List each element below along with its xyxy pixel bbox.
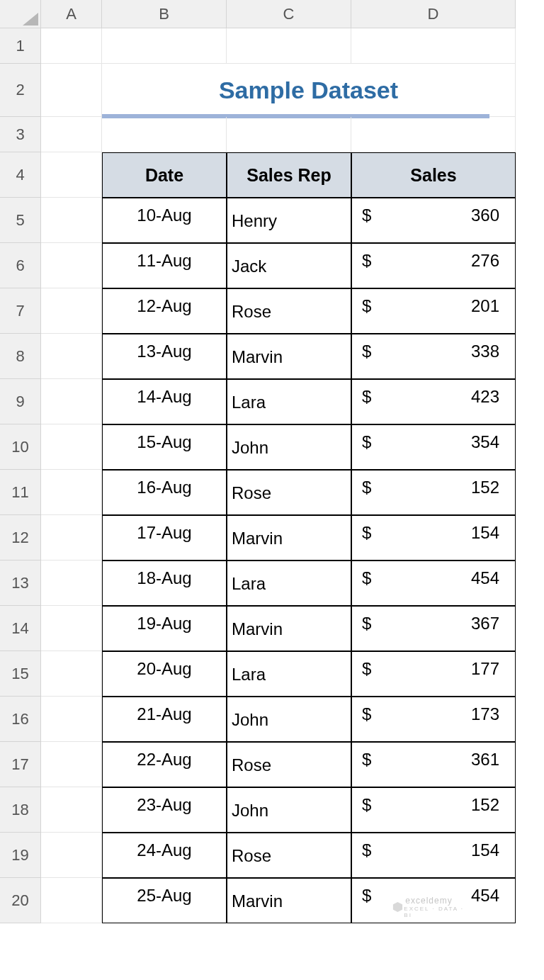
- table-cell-sales[interactable]: $152: [351, 470, 516, 515]
- table-cell-sales[interactable]: $173: [351, 697, 516, 742]
- cell[interactable]: [102, 28, 227, 64]
- table-cell-rep[interactable]: Rose: [227, 288, 351, 334]
- table-cell-sales[interactable]: $154: [351, 833, 516, 878]
- table-cell-sales[interactable]: $367: [351, 606, 516, 651]
- row-header-6[interactable]: 6: [0, 243, 41, 288]
- page-title[interactable]: Sample Dataset: [102, 64, 516, 117]
- table-cell-rep[interactable]: John: [227, 697, 351, 742]
- row-header-1[interactable]: 1: [0, 28, 41, 64]
- table-header-sales[interactable]: Sales: [351, 152, 516, 198]
- cell[interactable]: [227, 117, 351, 152]
- table-cell-sales[interactable]: $276: [351, 243, 516, 288]
- table-cell-sales[interactable]: $201: [351, 288, 516, 334]
- table-cell-rep[interactable]: Henry: [227, 198, 351, 243]
- row-header-3[interactable]: 3: [0, 117, 41, 152]
- table-cell-sales[interactable]: $423: [351, 379, 516, 424]
- row-header-14[interactable]: 14: [0, 606, 41, 651]
- row-header-16[interactable]: 16: [0, 697, 41, 742]
- column-header-C[interactable]: C: [227, 0, 351, 28]
- table-cell-sales[interactable]: $360: [351, 198, 516, 243]
- cell[interactable]: [41, 334, 102, 379]
- table-cell-sales[interactable]: $152: [351, 787, 516, 833]
- cell[interactable]: [351, 28, 516, 64]
- table-cell-sales[interactable]: $361: [351, 742, 516, 787]
- cell[interactable]: [41, 878, 102, 923]
- table-cell-date[interactable]: 10-Aug: [102, 198, 227, 243]
- cell[interactable]: [41, 561, 102, 606]
- table-cell-rep[interactable]: Marvin: [227, 606, 351, 651]
- cell[interactable]: [41, 697, 102, 742]
- table-cell-date[interactable]: 19-Aug: [102, 606, 227, 651]
- table-cell-date[interactable]: 17-Aug: [102, 515, 227, 561]
- cell[interactable]: [351, 117, 516, 152]
- table-cell-sales[interactable]: $454: [351, 561, 516, 606]
- table-cell-sales[interactable]: $338: [351, 334, 516, 379]
- cell[interactable]: [41, 787, 102, 833]
- table-cell-rep[interactable]: Jack: [227, 243, 351, 288]
- table-cell-rep[interactable]: Marvin: [227, 515, 351, 561]
- table-cell-rep[interactable]: Marvin: [227, 878, 351, 923]
- table-cell-date[interactable]: 14-Aug: [102, 379, 227, 424]
- table-cell-rep[interactable]: John: [227, 787, 351, 833]
- cell[interactable]: [227, 28, 351, 64]
- cell[interactable]: [41, 742, 102, 787]
- cell[interactable]: [41, 833, 102, 878]
- table-cell-date[interactable]: 24-Aug: [102, 833, 227, 878]
- row-header-10[interactable]: 10: [0, 424, 41, 470]
- cell[interactable]: [41, 515, 102, 561]
- table-cell-date[interactable]: 23-Aug: [102, 787, 227, 833]
- row-header-8[interactable]: 8: [0, 334, 41, 379]
- table-cell-date[interactable]: 20-Aug: [102, 651, 227, 697]
- cell[interactable]: [41, 288, 102, 334]
- cell[interactable]: [41, 28, 102, 64]
- table-cell-rep[interactable]: John: [227, 424, 351, 470]
- table-cell-sales[interactable]: $154: [351, 515, 516, 561]
- cell[interactable]: [41, 379, 102, 424]
- row-header-11[interactable]: 11: [0, 470, 41, 515]
- cell[interactable]: [41, 470, 102, 515]
- table-cell-date[interactable]: 25-Aug: [102, 878, 227, 923]
- cell[interactable]: [41, 651, 102, 697]
- cell[interactable]: [41, 64, 102, 117]
- table-cell-date[interactable]: 18-Aug: [102, 561, 227, 606]
- cell[interactable]: [41, 152, 102, 198]
- row-header-5[interactable]: 5: [0, 198, 41, 243]
- row-header-12[interactable]: 12: [0, 515, 41, 561]
- row-header-4[interactable]: 4: [0, 152, 41, 198]
- row-header-7[interactable]: 7: [0, 288, 41, 334]
- table-cell-date[interactable]: 16-Aug: [102, 470, 227, 515]
- table-cell-rep[interactable]: Rose: [227, 833, 351, 878]
- cell[interactable]: [41, 606, 102, 651]
- table-cell-rep[interactable]: Lara: [227, 561, 351, 606]
- table-cell-date[interactable]: 15-Aug: [102, 424, 227, 470]
- row-header-20[interactable]: 20: [0, 878, 41, 923]
- cell[interactable]: [41, 117, 102, 152]
- cell[interactable]: [41, 198, 102, 243]
- table-cell-date[interactable]: 11-Aug: [102, 243, 227, 288]
- table-cell-sales[interactable]: $454exceldemyEXCEL · DATA · BI: [351, 878, 516, 923]
- row-header-19[interactable]: 19: [0, 833, 41, 878]
- table-header-date[interactable]: Date: [102, 152, 227, 198]
- table-cell-rep[interactable]: Rose: [227, 470, 351, 515]
- table-cell-rep[interactable]: Marvin: [227, 334, 351, 379]
- table-cell-date[interactable]: 12-Aug: [102, 288, 227, 334]
- select-all-corner[interactable]: [0, 0, 41, 28]
- table-cell-date[interactable]: 21-Aug: [102, 697, 227, 742]
- table-cell-date[interactable]: 13-Aug: [102, 334, 227, 379]
- cell[interactable]: [41, 424, 102, 470]
- row-header-17[interactable]: 17: [0, 742, 41, 787]
- row-header-18[interactable]: 18: [0, 787, 41, 833]
- row-header-13[interactable]: 13: [0, 561, 41, 606]
- row-header-2[interactable]: 2: [0, 64, 41, 117]
- table-cell-sales[interactable]: $354: [351, 424, 516, 470]
- cell[interactable]: [41, 243, 102, 288]
- table-header-rep[interactable]: Sales Rep: [227, 152, 351, 198]
- table-cell-rep[interactable]: Rose: [227, 742, 351, 787]
- table-cell-sales[interactable]: $177: [351, 651, 516, 697]
- table-cell-date[interactable]: 22-Aug: [102, 742, 227, 787]
- row-header-15[interactable]: 15: [0, 651, 41, 697]
- cell[interactable]: [102, 117, 227, 152]
- column-header-D[interactable]: D: [351, 0, 516, 28]
- column-header-A[interactable]: A: [41, 0, 102, 28]
- table-cell-rep[interactable]: Lara: [227, 651, 351, 697]
